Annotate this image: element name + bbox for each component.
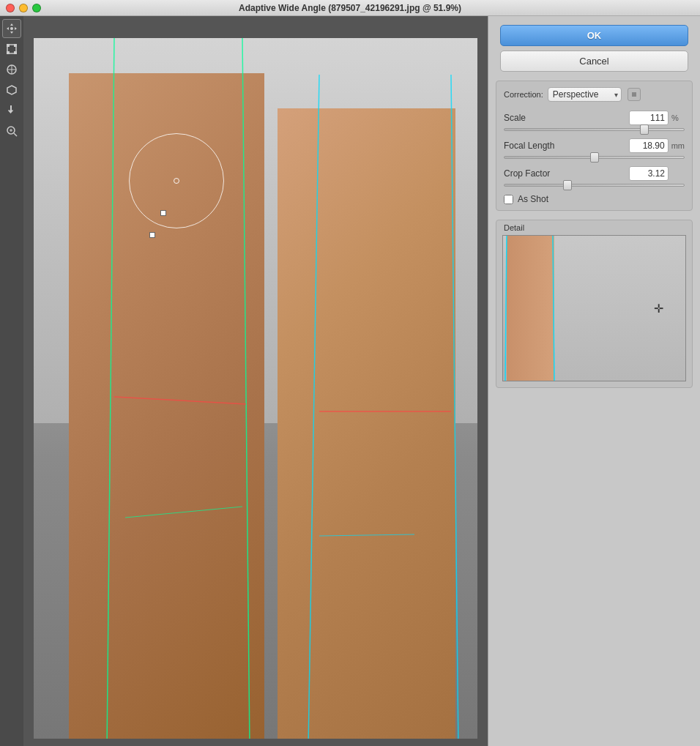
- scale-row: Scale %: [504, 111, 685, 131]
- ok-button[interactable]: OK: [500, 25, 688, 46]
- scale-value-wrapper: %: [629, 111, 685, 125]
- as-shot-label: As Shot: [518, 194, 548, 204]
- focal-length-row: Focal Length mm: [504, 138, 685, 159]
- svg-marker-9: [7, 86, 16, 94]
- scale-unit: %: [671, 113, 685, 122]
- crop-factor-input[interactable]: [629, 166, 669, 181]
- canvas-area[interactable]: [23, 16, 488, 746]
- detail-preview: ✛: [502, 235, 686, 381]
- minimize-button[interactable]: [19, 4, 28, 12]
- constraint-center[interactable]: [174, 178, 179, 184]
- svg-rect-5: [14, 51, 17, 54]
- main-content: OK Cancel Correction: Fisheye Perspectiv…: [0, 16, 700, 746]
- svg-line-26: [553, 236, 554, 381]
- constraint-tool-button[interactable]: [2, 60, 21, 79]
- correction-menu-button[interactable]: [628, 88, 641, 101]
- crop-factor-label-row: Crop Factor: [504, 166, 685, 181]
- detail-section: Detail ✛: [496, 220, 693, 388]
- as-shot-row: As Shot: [504, 194, 685, 204]
- maximize-button[interactable]: [32, 4, 41, 12]
- transform-tool-button[interactable]: [2, 40, 21, 59]
- focal-length-input[interactable]: [629, 138, 669, 153]
- correction-select-wrapper[interactable]: Fisheye Perspective Auto Full Spherical: [548, 87, 622, 102]
- photo-canvas[interactable]: [34, 38, 477, 739]
- cancel-button[interactable]: Cancel: [500, 51, 688, 72]
- focal-length-slider-thumb[interactable]: [590, 152, 599, 163]
- right-tower: [278, 108, 455, 739]
- zoom-tool-button[interactable]: [2, 122, 21, 141]
- svg-rect-4: [7, 51, 10, 54]
- scale-slider-thumb[interactable]: [640, 124, 649, 135]
- crop-factor-label: Crop Factor: [504, 168, 550, 179]
- correction-header: Correction: Fisheye Perspective Auto Ful…: [504, 87, 685, 102]
- close-button[interactable]: [6, 4, 15, 12]
- scale-label: Scale: [504, 113, 526, 123]
- focal-length-unit: mm: [671, 141, 685, 150]
- detail-cursor: ✛: [654, 302, 663, 316]
- window-title: Adaptive Wide Angle (879507_42196291.jpg…: [239, 3, 461, 13]
- right-panel: OK Cancel Correction: Fisheye Perspectiv…: [488, 16, 700, 746]
- focal-length-value-wrapper: mm: [629, 138, 685, 153]
- move-tool-button[interactable]: [2, 19, 21, 38]
- scale-slider-track[interactable]: [504, 128, 685, 131]
- svg-line-25: [505, 236, 507, 381]
- titlebar: Adaptive Wide Angle (879507_42196291.jpg…: [0, 0, 700, 16]
- panel-buttons: OK Cancel: [488, 16, 700, 78]
- crop-factor-slider-thumb[interactable]: [563, 180, 572, 190]
- crop-factor-slider-track[interactable]: [504, 184, 685, 187]
- detail-preview-image: ✛: [503, 236, 685, 381]
- focal-length-label-row: Focal Length mm: [504, 138, 685, 153]
- svg-rect-2: [7, 44, 10, 47]
- constraint-circle[interactable]: [129, 133, 224, 228]
- focal-length-label: Focal Length: [504, 141, 554, 151]
- correction-section: Correction: Fisheye Perspective Auto Ful…: [496, 81, 693, 211]
- svg-point-0: [10, 27, 13, 30]
- constraint-handle-1[interactable]: [160, 210, 166, 216]
- focal-length-slider-track[interactable]: [504, 156, 685, 159]
- scale-input[interactable]: [629, 111, 669, 125]
- crop-factor-value-wrapper: [629, 166, 685, 181]
- svg-line-11: [14, 133, 17, 136]
- crop-factor-row: Crop Factor: [504, 166, 685, 187]
- pan-tool-button[interactable]: [2, 101, 21, 120]
- detail-header: Detail: [496, 220, 692, 235]
- as-shot-checkbox[interactable]: [504, 195, 513, 204]
- canvas-image[interactable]: [34, 38, 477, 739]
- left-toolbar: [0, 16, 23, 746]
- scale-label-row: Scale %: [504, 111, 685, 125]
- window-controls[interactable]: [6, 4, 41, 12]
- constraint-handle-2[interactable]: [149, 232, 155, 238]
- correction-label: Correction:: [504, 90, 543, 99]
- svg-rect-3: [14, 44, 17, 47]
- polygon-tool-button[interactable]: [2, 81, 21, 100]
- correction-select[interactable]: Fisheye Perspective Auto Full Spherical: [548, 87, 622, 102]
